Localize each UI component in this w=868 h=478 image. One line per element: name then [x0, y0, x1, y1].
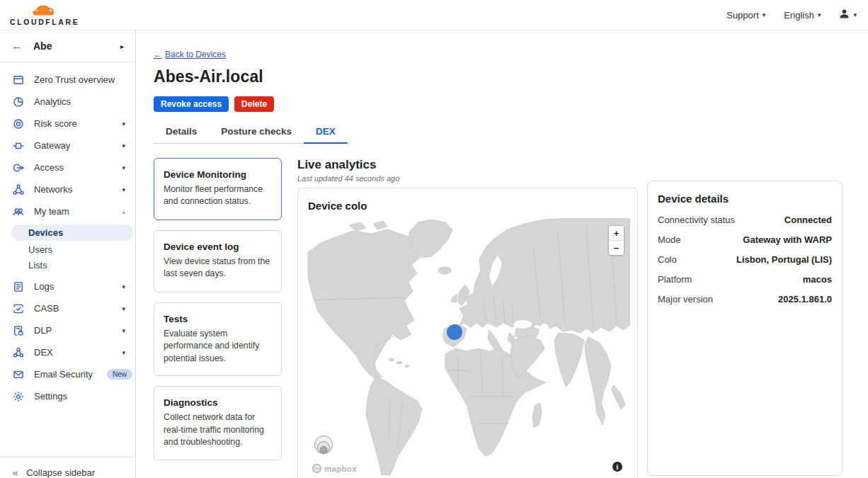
- device-details-section: Device details Connectivity status Conne…: [647, 158, 843, 476]
- email-security-icon: [13, 369, 24, 380]
- back-arrow-icon: ←: [154, 50, 162, 59]
- chevron-down-icon: ▾: [122, 327, 125, 334]
- back-to-devices-link[interactable]: ←Back to Devices: [154, 50, 226, 59]
- sidebar-item-users[interactable]: Users: [0, 241, 135, 257]
- chevron-down-icon: ▾: [122, 283, 125, 290]
- sidebar-nav: Zero Trust overview Analytics Risk score…: [0, 62, 135, 407]
- collapse-sidebar-button[interactable]: « Collapse sidebar: [0, 457, 135, 478]
- access-icon: [13, 162, 24, 173]
- sidebar-account-header: ← Abe ▸: [0, 30, 135, 62]
- map-zoom-control: + −: [609, 226, 624, 255]
- cloudflare-logo[interactable]: CLOUDFLARE: [10, 4, 79, 26]
- brand-wordmark: CLOUDFLARE: [10, 18, 79, 26]
- bubble-size-legend: [314, 435, 333, 454]
- device-location-marker[interactable]: [447, 324, 462, 340]
- card-diagnostics[interactable]: Diagnostics Collect network data for rea…: [154, 386, 282, 460]
- device-details-card: Device details Connectivity status Conne…: [647, 181, 843, 476]
- live-analytics-section: Live analytics Last updated 44 seconds a…: [297, 158, 638, 478]
- major-version-value: 2025.1.861.0: [778, 294, 832, 305]
- sidebar: ← Abe ▸ Zero Trust overview Analytics Ri…: [0, 30, 136, 478]
- card-device-monitoring[interactable]: Device Monitoring Monitor fleet performa…: [154, 158, 282, 220]
- language-menu[interactable]: English ▾: [784, 10, 821, 21]
- sidebar-item-settings[interactable]: Settings: [0, 385, 135, 407]
- detail-row-connectivity: Connectivity status Connected: [658, 215, 832, 225]
- info-icon[interactable]: i: [612, 462, 622, 472]
- analytics-icon: [13, 96, 24, 108]
- settings-gear-icon: [13, 391, 24, 402]
- chevron-down-icon: ▾: [122, 186, 125, 193]
- main-content: ←Back to Devices Abes-Air.local Revoke a…: [136, 30, 868, 478]
- zoom-out-button[interactable]: −: [609, 241, 624, 255]
- platform-value: macos: [803, 274, 832, 285]
- tab-details[interactable]: Details: [154, 121, 209, 144]
- sidebar-item-analytics[interactable]: Analytics: [0, 91, 135, 113]
- zoom-in-button[interactable]: +: [609, 226, 624, 240]
- support-menu[interactable]: Support ▾: [726, 10, 765, 21]
- sidebar-item-casb[interactable]: CASB ▾: [0, 297, 135, 319]
- team-icon: [13, 206, 24, 217]
- sidebar-item-dex[interactable]: DEX ▾: [0, 341, 135, 363]
- sidebar-item-devices[interactable]: Devices: [11, 224, 133, 241]
- collapse-icon: «: [13, 467, 18, 478]
- detail-row-colo: Colo Lisbon, Portugal (LIS): [658, 254, 832, 265]
- dex-icon: [13, 347, 24, 358]
- sidebar-item-logs[interactable]: Logs ▾: [0, 275, 135, 297]
- card-device-event-log[interactable]: Device event log View device status from…: [154, 230, 282, 292]
- sidebar-item-email-security[interactable]: Email Security New ▾: [0, 363, 135, 385]
- mode-value: Gateway with WARP: [743, 234, 832, 245]
- chevron-up-icon: ▴: [122, 208, 125, 215]
- chevron-down-icon: ▾: [122, 142, 125, 149]
- dlp-icon: [13, 325, 24, 336]
- user-icon: [839, 8, 850, 21]
- detail-row-platform: Platform macos: [658, 274, 832, 285]
- dex-section-list: Device Monitoring Monitor fleet performa…: [154, 158, 282, 470]
- sidebar-item-risk-score[interactable]: Risk score ▾: [0, 113, 135, 135]
- chevron-right-icon[interactable]: ▸: [120, 42, 124, 50]
- overview-icon: [13, 74, 24, 86]
- page-title: Abes-Air.local: [154, 67, 868, 86]
- risk-score-icon: [13, 118, 24, 130]
- delete-button[interactable]: Delete: [234, 96, 274, 112]
- world-map[interactable]: + − m mapbox i: [307, 218, 630, 475]
- new-badge: New: [107, 369, 132, 380]
- logs-icon: [13, 281, 24, 292]
- mapbox-logo-icon: m: [312, 464, 321, 473]
- sidebar-item-gateway[interactable]: Gateway ▾: [0, 135, 135, 157]
- mapbox-attribution[interactable]: m mapbox: [312, 464, 357, 473]
- networks-icon: [13, 184, 24, 195]
- live-analytics-title: Live analytics: [297, 158, 638, 172]
- colo-value: Lisbon, Portugal (LIS): [736, 254, 832, 265]
- chevron-down-icon: ▾: [122, 305, 125, 312]
- device-details-title: Device details: [658, 193, 832, 205]
- sidebar-item-dlp[interactable]: DLP ▾: [0, 319, 135, 341]
- detail-row-major-version: Major version 2025.1.861.0: [658, 294, 832, 305]
- casb-icon: [13, 303, 24, 314]
- sidebar-item-access[interactable]: Access ▾: [0, 157, 135, 178]
- chevron-down-icon: ▾: [122, 349, 125, 356]
- tab-bar: Details Posture checks DEX: [154, 121, 348, 144]
- revoke-access-button[interactable]: Revoke access: [154, 96, 229, 112]
- gateway-icon: [13, 140, 24, 152]
- account-name: Abe: [33, 40, 120, 52]
- back-arrow-icon[interactable]: ←: [11, 40, 23, 52]
- tab-dex[interactable]: DEX: [304, 121, 348, 144]
- tab-posture-checks[interactable]: Posture checks: [209, 121, 304, 144]
- account-menu[interactable]: ▾: [839, 8, 857, 21]
- sidebar-item-zero-trust-overview[interactable]: Zero Trust overview: [0, 69, 135, 91]
- connectivity-status-value: Connected: [784, 215, 832, 225]
- sidebar-item-lists[interactable]: Lists: [0, 257, 135, 273]
- top-bar: CLOUDFLARE Support ▾ English ▾ ▾: [0, 0, 868, 30]
- last-updated-note: Last updated 44 seconds ago: [297, 174, 638, 183]
- chevron-down-icon: ▾: [818, 11, 821, 18]
- device-colo-card: Device colo: [297, 188, 638, 478]
- detail-row-mode: Mode Gateway with WARP: [658, 234, 832, 245]
- cloudflare-cloud-icon: [30, 4, 59, 18]
- chevron-down-icon: ▾: [853, 11, 857, 18]
- my-team-subnav: Devices Users Lists: [0, 222, 135, 275]
- sidebar-item-my-team[interactable]: My team ▴: [0, 200, 135, 222]
- chevron-down-icon: ▾: [122, 164, 125, 171]
- device-colo-title: Device colo: [308, 200, 629, 212]
- sidebar-item-networks[interactable]: Networks ▾: [0, 178, 135, 200]
- card-tests[interactable]: Tests Evaluate system performance and id…: [154, 302, 282, 376]
- legend-bubble-small: [319, 446, 327, 454]
